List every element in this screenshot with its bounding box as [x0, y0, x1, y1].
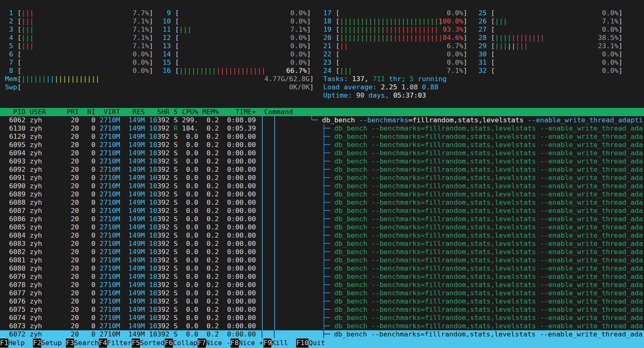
time-cell: 0:00.00 [219, 157, 256, 165]
process-row-6073[interactable]: 6073 zyh 20 0 2710M 149M 10392 S 0.0 0.2… [0, 322, 644, 330]
process-row-6080[interactable]: 6080 zyh 20 0 2710M 149M 10392 S 0.0 0.2… [0, 264, 644, 273]
process-row-6090[interactable]: 6090 zyh 20 0 2710M 149M 10392 S 0.0 0.2… [0, 182, 644, 190]
column-header-res[interactable]: RES [120, 108, 145, 116]
shr-cell-kb: 392 [157, 223, 170, 231]
process-row-line: 6129 zyh 20 0 2710M 149M 10392 S 0.0 0.2… [5, 133, 256, 141]
process-row-6092[interactable]: 6092 zyh 20 0 2710M 149M 10392 S 0.0 0.2… [0, 166, 644, 174]
virt-cell: 2710M [100, 149, 120, 157]
fkey-search-key[interactable]: F3 [66, 339, 74, 348]
process-row-6072[interactable]: 6072 zyh 20 0 2710M 149M 10392 S 0.0 0.2… [0, 330, 644, 339]
fkey-help-key[interactable]: F1 [0, 339, 8, 348]
command-cell: ├─ db_bench --benchmarks=fillrandom,stat… [322, 264, 643, 273]
process-row-6076[interactable]: 6076 zyh 20 0 2710M 149M 10392 S 0.0 0.2… [0, 297, 644, 306]
fkey-nice+-label[interactable]: Nice + [239, 339, 264, 348]
fkey-sorted-key[interactable]: F5 [132, 339, 140, 348]
process-row-6091[interactable]: 6091 zyh 20 0 2710M 149M 10392 S 0.0 0.2… [0, 174, 644, 182]
process-row-line: 6075 zyh 20 0 2710M 149M 10392 S 0.0 0.2… [5, 306, 256, 314]
process-row-6074[interactable]: 6074 zyh 20 0 2710M 149M 10392 S 0.0 0.2… [0, 314, 644, 322]
column-header-virt[interactable]: VIRT [100, 108, 120, 116]
time-cell: 0:00.00 [219, 314, 256, 322]
column-header-mem[interactable]: MEM% [198, 108, 219, 116]
column-header-time[interactable]: TIME+ [219, 108, 256, 116]
column-header-user[interactable]: USER [26, 108, 67, 116]
tree-branch-icon: ├─ [322, 199, 334, 206]
fkey-nice+-key[interactable]: F8 [231, 339, 239, 348]
cpu-meter-29: 29[||||||||23.1%] [0, 42, 644, 50]
cpu-meter-25: 25[0.0%] [0, 9, 644, 17]
fkey-collap-key[interactable]: F6 [165, 339, 173, 348]
process-row-6086[interactable]: 6086 zyh 20 0 2710M 149M 10392 S 0.0 0.2… [0, 215, 644, 223]
fkey-sorted-label[interactable]: Sorted [140, 339, 165, 348]
process-row-6082[interactable]: 6082 zyh 20 0 2710M 149M 10392 S 0.0 0.2… [0, 248, 644, 256]
process-row-6077[interactable]: 6077 zyh 20 0 2710M 149M 10392 S 0.0 0.2… [0, 289, 644, 297]
fkey-quit-key[interactable]: F10 [296, 339, 308, 348]
column-header-ni[interactable]: NI [79, 108, 100, 116]
fkey-kill-key[interactable]: F9 [264, 339, 272, 348]
fkey-help-label[interactable]: Help [8, 339, 33, 348]
process-row-6081[interactable]: 6081 zyh 20 0 2710M 149M 10392 S 0.0 0.2… [0, 256, 644, 264]
process-row-6088[interactable]: 6088 zyh 20 0 2710M 149M 10392 S 0.0 0.2… [0, 199, 644, 207]
process-row-6075[interactable]: 6075 zyh 20 0 2710M 149M 10392 S 0.0 0.2… [0, 306, 644, 314]
virt-cell: 2710M [100, 199, 120, 206]
meter-open-bracket-glyph: [ [491, 9, 495, 17]
process-row-6084[interactable]: 6084 zyh 20 0 2710M 149M 10392 S 0.0 0.2… [0, 231, 644, 240]
shr-cell-mb: 10 [145, 306, 157, 313]
virt-cell: 2710M [100, 264, 120, 272]
column-header-shr[interactable]: SHR [145, 108, 170, 116]
command-text: db_bench --benchmarks=fillrandom,stats,l… [334, 207, 643, 215]
fkey-nice--key[interactable]: F7 [198, 339, 206, 348]
fkey-search-label[interactable]: Search [74, 339, 99, 348]
process-row-6085[interactable]: 6085 zyh 20 0 2710M 149M 10392 S 0.0 0.2… [0, 223, 644, 231]
load-average-part: 2.25 [381, 83, 401, 91]
res-cell: 149M [120, 240, 145, 248]
cpu-meter-26-value-text: 7.1% [602, 17, 618, 25]
column-header-pid[interactable]: PID [5, 108, 26, 116]
process-row-6087[interactable]: 6087 zyh 20 0 2710M 149M 10392 S 0.0 0.2… [0, 207, 644, 215]
process-row-6062[interactable]: 6062 zyh 20 0 2710M 149M 10392 S 299. 0.… [0, 116, 644, 124]
process-row-6129[interactable]: 6129 zyh 20 0 2710M 149M 10392 S 0.0 0.2… [0, 133, 644, 141]
process-row-6094[interactable]: 6094 zyh 20 0 2710M 149M 10392 S 0.0 0.2… [0, 149, 644, 157]
process-row-6078[interactable]: 6078 zyh 20 0 2710M 149M 10392 S 0.0 0.2… [0, 281, 644, 289]
meter-close-bracket-glyph: ] [618, 34, 623, 42]
fkey-collap-label[interactable]: Collap [173, 339, 198, 348]
column-header-s[interactable]: S [170, 108, 182, 116]
command-text: db_bench --benchmarks=fillrandom,stats,l… [334, 149, 643, 157]
fkey-quit-label[interactable]: Quit [308, 339, 333, 348]
pid-user-pri-ni: 6091 zyh 20 0 [5, 174, 100, 182]
tree-branch-icon: ├─ [322, 314, 334, 322]
process-row-6083[interactable]: 6083 zyh 20 0 2710M 149M 10392 S 0.0 0.2… [0, 240, 644, 248]
process-row-6093[interactable]: 6093 zyh 20 0 2710M 149M 10392 S 0.0 0.2… [0, 157, 644, 166]
process-row-6089[interactable]: 6089 zyh 20 0 2710M 149M 10392 S 0.0 0.2… [0, 190, 644, 199]
state-cell: S [170, 231, 182, 239]
process-row-line: 6077 zyh 20 0 2710M 149M 10392 S 0.0 0.2… [5, 289, 256, 297]
fkey-nice--label[interactable]: Nice - [206, 339, 231, 348]
virt-cell: 2710M [100, 124, 120, 132]
fkey-filter-key[interactable]: F4 [99, 339, 107, 348]
fkey-filter-label[interactable]: Filter [107, 339, 132, 348]
cpu-meter-28-value: 38.5% [495, 34, 618, 42]
process-row-6079[interactable]: 6079 zyh 20 0 2710M 149M 10392 S 0.0 0.2… [0, 273, 644, 281]
fkey-kill-label[interactable]: Kill [271, 339, 296, 348]
virt-cell: 2710M [100, 314, 120, 322]
cpu-meter-31-label: 31 [478, 58, 487, 67]
time-cell: 0:00.00 [219, 199, 256, 206]
cpu-meter-30-label: 30 [478, 50, 487, 58]
state-cell: S [170, 240, 182, 248]
process-row-6095[interactable]: 6095 zyh 20 0 2710M 149M 10392 S 0.0 0.2… [0, 141, 644, 149]
selected-row-text: 6072 zyh 20 0 2710M 149M 10392 S 0.0 0.2… [5, 330, 643, 338]
cpu-meter-32-label-text: 32 [478, 67, 487, 75]
fkey-setup-label[interactable]: Setup [41, 339, 66, 348]
tree-branch-icon: ├─ [322, 182, 334, 190]
mem-meter-label-text: Mem [5, 75, 17, 83]
process-row-6130[interactable]: 6130 zyh 20 0 2710M 149M 10392 R 104. 0.… [0, 124, 644, 133]
column-header-cpu[interactable]: CPU% [182, 108, 198, 116]
column-header-command[interactable]: Command [256, 108, 293, 116]
fkey-setup-key[interactable]: F2 [33, 339, 41, 348]
mem-cell: 0.2 [198, 174, 219, 182]
shr-cell-mb: 10 [145, 207, 157, 215]
column-header-pri[interactable]: PRI [67, 108, 79, 116]
meter-close-bracket: ] [618, 34, 623, 42]
state-cell: S [170, 306, 182, 313]
command-text: db_bench --benchmarks=fillrandom,stats,l… [334, 157, 643, 165]
process-row-line: 6092 zyh 20 0 2710M 149M 10392 S 0.0 0.2… [5, 166, 256, 174]
